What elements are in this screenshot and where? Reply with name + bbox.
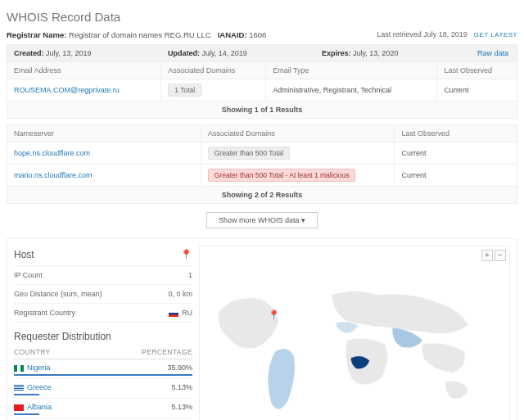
- requester-title: Requester Distribution: [14, 331, 192, 342]
- country-link[interactable]: Albania: [27, 403, 52, 411]
- page-title: WHOIS Record Data: [7, 10, 517, 24]
- nameservers-table: Nameserver Associated Domains Last Obser…: [7, 124, 517, 187]
- country-link[interactable]: Nigeria: [27, 364, 51, 372]
- registrar-line: Registrar Name: Registrar of domain name…: [7, 30, 266, 39]
- map-pin-icon: 📍: [180, 249, 192, 260]
- percentage-bar: [14, 394, 39, 395]
- get-latest-link[interactable]: GET LATEST: [474, 31, 517, 38]
- table-row: ROUSEMA.COM@regprivate.ru 1 Total Admini…: [7, 79, 517, 102]
- flag-icon: [14, 365, 24, 372]
- host-row: IP Count1: [14, 266, 192, 285]
- list-item: Albania5.13%: [14, 399, 192, 418]
- table-row: hope.ns.cloudflare.com Greater than 500 …: [7, 142, 517, 165]
- email-link[interactable]: ROUSEMA.COM@regprivate.ru: [14, 86, 120, 94]
- emails-results: Showing 1 of 1 Results: [7, 102, 517, 119]
- percentage-bar: [14, 413, 39, 415]
- last-retrieved-label: Last retrieved July 18, 2019: [377, 30, 468, 38]
- raw-data-link[interactable]: Raw data: [469, 45, 517, 61]
- host-panel: Host 📍 IP Count1 Geo Distance (sum, mean…: [14, 246, 192, 420]
- dates-bar: Created: July, 13, 2019 Updated: July, 1…: [7, 44, 517, 62]
- table-row: mario.ns.cloudflare.com Greater than 500…: [7, 165, 517, 187]
- ns-results: Showing 2 of 2 Results: [7, 187, 517, 204]
- flag-icon: [169, 310, 178, 317]
- show-more-button[interactable]: Show more WHOIS data ▾: [206, 212, 318, 228]
- nameserver-link[interactable]: hope.ns.cloudflare.com: [14, 149, 90, 157]
- list-item: Greece5.13%: [14, 379, 192, 399]
- emails-table: Email Address Associated Domains Email T…: [7, 61, 517, 102]
- domains-pill-warning[interactable]: Greater than 500 Total - At least 1 mali…: [208, 169, 356, 182]
- percentage-bar: [14, 374, 192, 376]
- domains-pill[interactable]: Greater than 500 Total: [208, 147, 290, 160]
- host-row: Registrant CountryRU: [14, 304, 192, 323]
- world-map[interactable]: + − 📍: [199, 246, 510, 420]
- requester-header: COUNTRYPERCENTAGE: [14, 345, 192, 359]
- host-row: Geo Distance (sum, mean)0, 0 km: [14, 285, 192, 304]
- map-pin-icon: 📍: [268, 309, 280, 321]
- host-title: Host: [14, 249, 34, 260]
- country-link[interactable]: Greece: [27, 383, 52, 391]
- nameserver-link[interactable]: mario.ns.cloudflare.com: [14, 171, 93, 179]
- list-item: Nigeria35.90%: [14, 359, 192, 379]
- flag-icon: [14, 404, 24, 411]
- domains-pill[interactable]: 1 Total: [168, 84, 201, 97]
- flag-icon: [14, 385, 24, 391]
